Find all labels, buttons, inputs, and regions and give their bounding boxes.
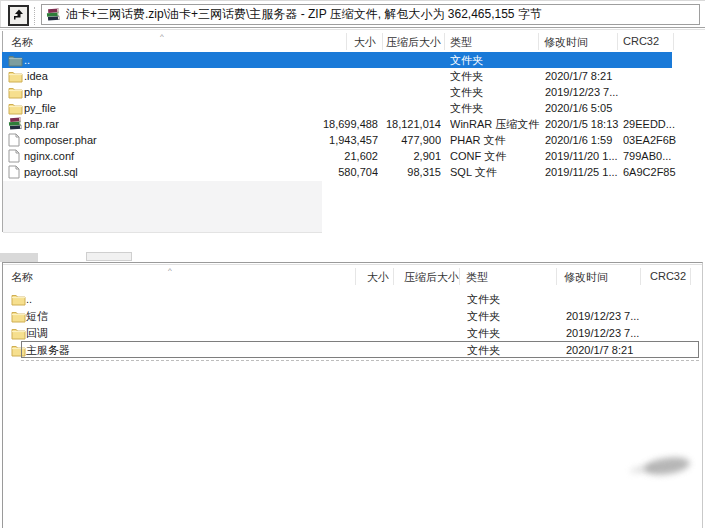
column-divider[interactable] [538, 33, 539, 50]
cell-crc32 [623, 52, 678, 68]
winrar-window-bottom: 名称大小压缩后大小类型修改时间CRC32 ^ ..文件夹短信文件夹2019/12… [2, 262, 703, 528]
column-header-packed-size[interactable]: 压缩后大小 [346, 35, 441, 50]
up-arrow-icon [12, 8, 25, 23]
cell-name: 回调 [26, 325, 276, 341]
column-header-crc32[interactable]: CRC32 [650, 270, 700, 282]
folder-up-icon [8, 53, 24, 67]
table-row[interactable]: ..文件夹 [2, 52, 703, 68]
table-row[interactable]: php文件夹2019/12/23 7... [2, 84, 703, 100]
toolbar-divider [0, 27, 705, 28]
toolbar-separator [34, 7, 35, 25]
cell-crc32: 03EA2F6B [623, 132, 678, 148]
cell-type: 文件夹 [450, 84, 542, 100]
cell-name: php [24, 84, 274, 100]
column-header-modified[interactable]: 修改时间 [544, 35, 624, 50]
cell-crc32: 29EEDD... [623, 116, 678, 132]
cell-type: 文件夹 [450, 68, 542, 84]
cell-modified: 2019/11/20 1... [545, 148, 625, 164]
table-row[interactable]: nginx.conf21,6022,901CONF 文件2019/11/20 1… [2, 148, 703, 164]
cell-packed-size: 2,901 [347, 148, 441, 164]
folder-icon [11, 326, 27, 340]
folder-icon [11, 309, 27, 323]
cell-crc32 [648, 291, 703, 307]
generic-file-icon [8, 165, 24, 179]
cell-crc32 [623, 68, 678, 84]
cell-type: 文件夹 [467, 325, 559, 341]
column-divider[interactable] [382, 33, 383, 50]
cell-packed-size [361, 325, 459, 341]
screenshot-artifact [86, 252, 132, 261]
cell-packed-size [347, 52, 441, 68]
cell-crc32 [623, 100, 678, 116]
cell-packed-size [347, 68, 441, 84]
cell-packed-size: 98,315 [347, 164, 441, 180]
column-header-modified[interactable]: 修改时间 [564, 270, 644, 285]
table-row[interactable]: composer.phar1,943,457477,900PHAR 文件2020… [2, 132, 703, 148]
cell-packed-size [361, 291, 459, 307]
column-divider[interactable] [690, 268, 691, 285]
cell-packed-size [347, 100, 441, 116]
column-divider[interactable] [556, 268, 557, 285]
column-divider[interactable] [673, 33, 674, 50]
toolbar: 油卡+三网话费.zip\油卡+三网话费\主服务器 - ZIP 压缩文件, 解包大… [0, 0, 705, 28]
toolbar-divider-light [0, 29, 705, 30]
cell-crc32: 6A9C2F85 [623, 164, 678, 180]
cell-crc32 [648, 325, 703, 341]
table-row[interactable]: ..文件夹 [5, 291, 705, 308]
table-row[interactable]: php.rar18,699,48818,121,014WinRAR 压缩文件20… [2, 116, 703, 132]
cell-name: 短信 [26, 308, 276, 324]
column-divider[interactable] [459, 268, 460, 285]
cell-type: 文件夹 [450, 52, 542, 68]
table-row[interactable]: py_file文件夹2020/1/6 5:05 [2, 100, 703, 116]
cell-packed-size [347, 84, 441, 100]
table-row[interactable]: 短信文件夹2019/12/23 7... [5, 308, 705, 325]
column-header-name[interactable]: 名称 [11, 35, 131, 50]
column-divider[interactable] [346, 33, 347, 50]
winrar-window-top: 油卡+三网话费.zip\油卡+三网话费\主服务器 - ZIP 压缩文件, 解包大… [0, 0, 705, 233]
table-row[interactable]: 回调文件夹2019/12/23 7... [5, 325, 705, 342]
table-row[interactable]: .idea文件夹2020/1/7 8:21 [2, 68, 703, 84]
column-divider[interactable] [444, 33, 445, 50]
column-header-type[interactable]: 类型 [466, 270, 556, 285]
folder-icon [11, 292, 27, 306]
cell-name: .. [24, 52, 274, 68]
address-bar[interactable]: 油卡+三网话费.zip\油卡+三网话费\主服务器 - ZIP 压缩文件, 解包大… [41, 4, 700, 25]
column-header-row: 名称大小压缩后大小类型修改时间CRC32 [3, 31, 703, 52]
cell-name: .. [26, 291, 276, 307]
cell-packed-size: 18,121,014 [347, 116, 441, 132]
cell-type: 文件夹 [467, 308, 559, 324]
column-divider[interactable] [355, 268, 356, 285]
cell-modified: 2020/1/7 8:21 [545, 68, 625, 84]
column-header-type[interactable]: 类型 [450, 35, 540, 50]
archive-path-text: 油卡+三网话费.zip\油卡+三网话费\主服务器 - ZIP 压缩文件, 解包大… [66, 6, 542, 23]
cell-modified: 2020/1/5 18:13 [545, 116, 625, 132]
cell-modified: 2019/12/23 7... [566, 308, 646, 324]
cell-type: WinRAR 压缩文件 [450, 116, 542, 132]
column-divider[interactable] [617, 33, 618, 50]
column-header-name[interactable]: 名称 [11, 270, 131, 285]
cell-modified: 2019/12/23 7... [566, 325, 646, 341]
winrar-books-icon [46, 8, 61, 22]
column-divider[interactable] [393, 268, 394, 285]
cell-name: payroot.sql [24, 164, 274, 180]
column-header-crc32[interactable]: CRC32 [623, 35, 673, 47]
column-header-packed-size[interactable]: 压缩后大小 [359, 270, 459, 285]
up-one-level-button[interactable] [8, 5, 29, 26]
sort-ascending-indicator: ^ [168, 267, 172, 275]
table-row[interactable]: payroot.sql580,70498,315SQL 文件2019/11/25… [2, 164, 703, 180]
cell-crc32 [623, 84, 678, 100]
generic-file-icon [8, 149, 24, 163]
cell-modified: 2019/11/25 1... [545, 164, 625, 180]
cell-name: composer.phar [24, 132, 274, 148]
cell-crc32: 799AB0... [623, 148, 678, 164]
cell-modified: 2020/1/6 1:59 [545, 132, 625, 148]
cell-name: nginx.conf [24, 148, 274, 164]
winrar-archive-file-icon [8, 117, 24, 131]
cell-type: CONF 文件 [450, 148, 542, 164]
cell-packed-size: 477,900 [347, 132, 441, 148]
column-divider[interactable] [640, 268, 641, 285]
cell-crc32 [648, 308, 703, 324]
sort-ascending-indicator: ^ [160, 33, 164, 41]
generic-file-icon [8, 133, 24, 147]
folder-icon [8, 101, 24, 115]
